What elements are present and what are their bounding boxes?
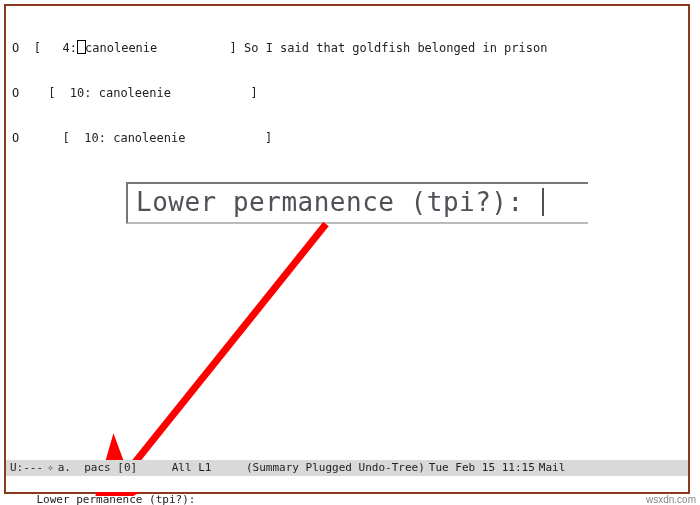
- emacs-frame: O [ 4:canoleenie ] So I said that goldfi…: [4, 4, 690, 494]
- minibuffer-prompt: Lower permanence (tpi?):: [37, 493, 203, 505]
- modeline-glyph-icon: ✧: [47, 460, 54, 476]
- modeline-buffer-name: a. pacs [0]: [58, 460, 137, 476]
- minibuffer[interactable]: Lower permanence (tpi?):: [6, 476, 688, 492]
- svg-line-0: [132, 224, 326, 466]
- from-field: canoleenie: [92, 86, 171, 100]
- modeline-modes: (Summary Plugged Undo-Tree): [246, 460, 425, 476]
- watermark-text: wsxdn.com: [646, 494, 696, 505]
- summary-row[interactable]: O [ 4:canoleenie ] So I said that goldfi…: [12, 40, 682, 56]
- article-count: 10:: [55, 86, 91, 100]
- subject-field: So I said that goldfish belonged in pris…: [244, 41, 547, 55]
- summary-row[interactable]: O [ 10: canoleenie ]: [12, 86, 682, 101]
- summary-buffer[interactable]: O [ 4:canoleenie ] So I said that goldfi…: [6, 6, 688, 176]
- modeline-time: Tue Feb 15 11:15: [429, 460, 535, 476]
- mode-line[interactable]: U:--- ✧ a. pacs [0] All L1 (Summary Plug…: [6, 460, 688, 476]
- callout-zoom-box: Lower permanence (tpi?):: [126, 182, 588, 224]
- modeline-position: All L1: [172, 460, 212, 476]
- from-field: canoleenie: [85, 41, 157, 55]
- modeline-modified: U:---: [10, 460, 43, 476]
- article-count: 4:: [41, 41, 77, 55]
- article-count: 10:: [70, 131, 106, 145]
- summary-row[interactable]: O [ 10: canoleenie ]: [12, 131, 682, 146]
- callout-cursor-icon: [542, 188, 544, 216]
- callout-text: Lower permanence (tpi?):: [136, 187, 540, 217]
- modeline-tail: Mail: [539, 460, 566, 476]
- from-field: canoleenie: [106, 131, 185, 145]
